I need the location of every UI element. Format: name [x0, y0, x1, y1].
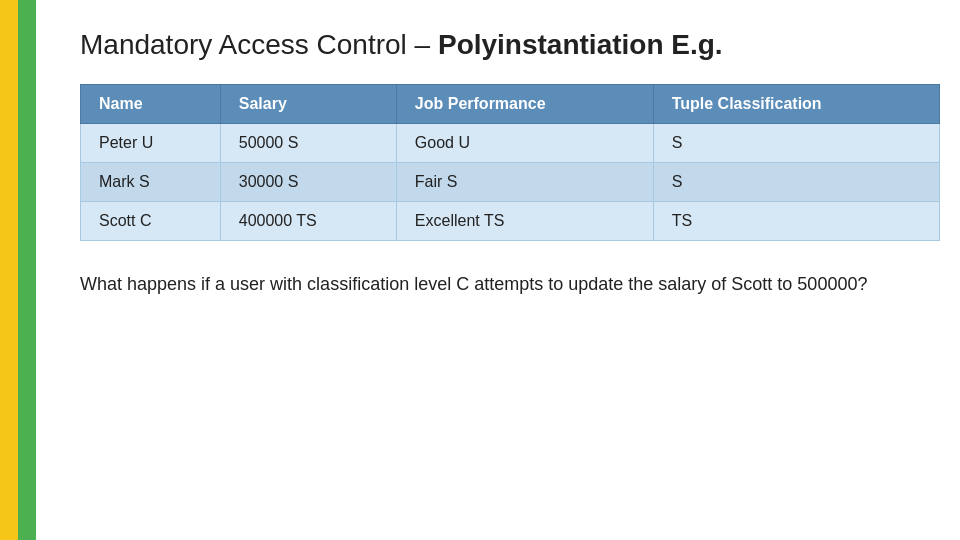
- cell-name: Peter U: [81, 123, 221, 162]
- cell-salary: 30000 S: [220, 162, 396, 201]
- decorative-bar-green: [18, 0, 36, 540]
- cell-salary: 400000 TS: [220, 201, 396, 240]
- decorative-bar-yellow: [0, 0, 18, 540]
- col-header-tuple-classification: Tuple Classification: [653, 84, 939, 123]
- cell-salary: 50000 S: [220, 123, 396, 162]
- title-plain-text: Mandatory Access Control –: [80, 29, 438, 60]
- cell-tuple-classification: TS: [653, 201, 939, 240]
- cell-name: Mark S: [81, 162, 221, 201]
- cell-name: Scott C: [81, 201, 221, 240]
- cell-tuple-classification: S: [653, 162, 939, 201]
- table-row: Peter U50000 SGood US: [81, 123, 940, 162]
- col-header-salary: Salary: [220, 84, 396, 123]
- table-wrapper: Name Salary Job Performance Tuple Classi…: [80, 84, 940, 241]
- main-content: Mandatory Access Control – Polyinstantia…: [50, 0, 960, 318]
- page-title: Mandatory Access Control – Polyinstantia…: [80, 28, 920, 62]
- cell-job-performance: Good U: [396, 123, 653, 162]
- cell-job-performance: Fair S: [396, 162, 653, 201]
- col-header-job-performance: Job Performance: [396, 84, 653, 123]
- table-row: Scott C400000 TSExcellent TSTS: [81, 201, 940, 240]
- bottom-text: What happens if a user with classificati…: [80, 271, 920, 298]
- cell-job-performance: Excellent TS: [396, 201, 653, 240]
- table-header-row: Name Salary Job Performance Tuple Classi…: [81, 84, 940, 123]
- title-bold-text: Polyinstantiation E.g.: [438, 29, 723, 60]
- table-row: Mark S30000 SFair SS: [81, 162, 940, 201]
- polyinstantiation-table: Name Salary Job Performance Tuple Classi…: [80, 84, 940, 241]
- cell-tuple-classification: S: [653, 123, 939, 162]
- col-header-name: Name: [81, 84, 221, 123]
